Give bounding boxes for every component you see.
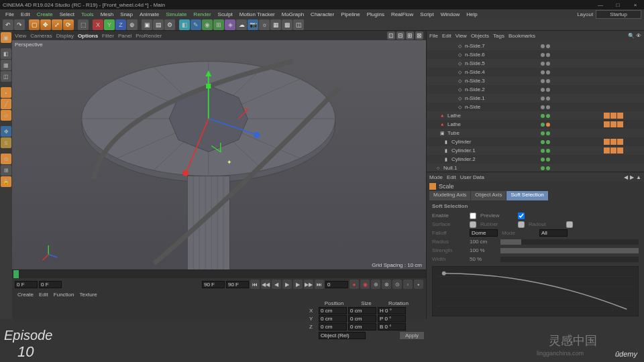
tree-item[interactable]: ▮Cylinder [427, 137, 644, 146]
axis-y-lock[interactable]: Y [104, 19, 115, 30]
key-scale[interactable]: ⊗ [382, 280, 391, 289]
menu-sculpt[interactable]: Sculpt [215, 11, 235, 17]
next-key[interactable]: ▶▶ [304, 280, 313, 289]
coord-mode[interactable]: Object (Rel) [319, 332, 366, 339]
scale-tool[interactable]: ⤢ [52, 19, 62, 30]
tree-item[interactable]: 🔺Lathe [427, 120, 644, 129]
subdiv-surface[interactable]: ◉ [202, 19, 213, 30]
tree-item[interactable]: ◇n-Side.5 [427, 59, 644, 68]
obj-menu-file[interactable]: File [429, 33, 438, 39]
falloff-graph[interactable] [432, 266, 639, 316]
object-tree[interactable]: ◇n-Side.7◇n-Side.6◇n-Side.5◇n-Side.4◇n-S… [427, 40, 644, 172]
redo-button[interactable]: ↷ [14, 19, 25, 30]
menu-render[interactable]: Render [191, 11, 213, 17]
obj-menu-objects[interactable]: Objects [471, 33, 489, 39]
misc-3[interactable]: ◫ [293, 19, 304, 30]
tree-item[interactable]: ○Null.1 [427, 164, 644, 172]
rotate-tool[interactable]: ⟳ [63, 19, 74, 30]
menu-create[interactable]: Create [34, 11, 56, 17]
vp-menu-display[interactable]: Display [56, 33, 74, 39]
workplane-snap[interactable]: ⊞ [1, 165, 11, 176]
attr-back[interactable]: ◀ [624, 174, 628, 180]
menu-edit[interactable]: Edit [18, 11, 33, 17]
attr-tab-soft-selection[interactable]: Soft Selection [506, 191, 547, 200]
prev-key[interactable]: ◀◀ [261, 280, 270, 289]
menu-file[interactable]: File [3, 11, 17, 17]
locked-workplane[interactable]: 🔒 [1, 176, 11, 187]
key-rot[interactable]: ⊙ [392, 280, 402, 289]
attr-up[interactable]: ▲ [636, 174, 641, 180]
menu-animate[interactable]: Animate [137, 11, 162, 17]
tree-item[interactable]: ◇n-Side.6 [427, 50, 644, 59]
make-editable[interactable]: ▣ [1, 32, 11, 43]
pos-X[interactable]: 0 cm [319, 307, 347, 314]
attr-fwd[interactable]: ▶ [630, 174, 634, 180]
tweak-toggle[interactable]: S [1, 137, 11, 148]
tree-item[interactable]: ◇n-Side.1 [427, 94, 644, 103]
playhead[interactable] [13, 270, 19, 278]
key-pla[interactable]: ▪ [414, 280, 423, 289]
key-param[interactable]: ▫ [403, 280, 413, 289]
attr-menu-edit[interactable]: Edit [447, 174, 456, 180]
menu-plugins[interactable]: Plugins [364, 11, 387, 17]
key-pos[interactable]: ⊕ [371, 280, 380, 289]
timeline-end2[interactable]: 90 F [226, 281, 249, 288]
menu-motion-tracker[interactable]: Motion Tracker [237, 11, 278, 17]
pos-Y[interactable]: 0 cm [319, 315, 347, 322]
pos-Z[interactable]: 0 cm [319, 323, 347, 330]
vp-menu-view[interactable]: View [15, 33, 26, 39]
render-settings[interactable]: ⚙ [164, 19, 175, 30]
tree-item[interactable]: ◇n-Side.4 [427, 68, 644, 76]
edge-mode[interactable]: ╱ [1, 99, 11, 109]
camera[interactable]: 📷 [248, 19, 258, 30]
apply-button[interactable]: Apply [399, 331, 425, 340]
menu-tools[interactable]: Tools [78, 11, 97, 17]
undo-button[interactable]: ↶ [3, 19, 13, 30]
size-Z[interactable]: 0 cm [348, 323, 376, 330]
vp-nav-4[interactable]: ⊠ [415, 32, 423, 40]
tree-item[interactable]: ◇n-Side.7 [427, 42, 644, 50]
vp-nav-1[interactable]: ⊡ [387, 32, 395, 40]
vp-menu-cameras[interactable]: Cameras [30, 33, 52, 39]
menu-realflow[interactable]: RealFlow [388, 11, 416, 17]
select-tool[interactable]: ▢ [29, 19, 40, 30]
goto-start[interactable]: ⏮ [250, 280, 260, 289]
obj-eye-icon[interactable]: 👁 [636, 33, 641, 39]
preview-checkbox[interactable] [518, 213, 525, 219]
cube-primitive[interactable]: ◧ [179, 19, 190, 30]
goto-end[interactable]: ⏭ [315, 280, 324, 289]
texture-mode[interactable]: ▦ [1, 60, 11, 70]
menu-window[interactable]: Window [438, 11, 462, 17]
tree-item[interactable]: ◇n-Side [427, 103, 644, 111]
strength-slider[interactable] [500, 248, 639, 253]
record-button[interactable]: ● [350, 280, 359, 289]
light[interactable]: ☼ [259, 19, 270, 30]
tree-item[interactable]: ▮Cylinder.1 [427, 146, 644, 155]
attr-menu-user-data[interactable]: User Data [460, 174, 484, 180]
misc-2[interactable]: ▩ [282, 19, 292, 30]
size-X[interactable]: 0 cm [348, 307, 376, 314]
autokey-button[interactable]: ◉ [360, 280, 370, 289]
vp-menu-filter[interactable]: Filter [102, 33, 114, 39]
next-frame[interactable]: ▶ [293, 280, 303, 289]
axis-x-lock[interactable]: X [93, 19, 103, 30]
deformer[interactable]: ◈ [225, 19, 235, 30]
tree-item[interactable]: ▮Cylinder.2 [427, 155, 644, 164]
workplane-mode[interactable]: ◫ [1, 71, 11, 82]
pen-tool[interactable]: ✎ [191, 19, 201, 30]
mat-tab-edit[interactable]: Edit [39, 292, 48, 298]
rot-Z[interactable]: B 0 ° [378, 323, 406, 330]
tree-item[interactable]: 🔺Lathe [427, 111, 644, 120]
mat-tab-texture[interactable]: Texture [80, 292, 97, 298]
misc-1[interactable]: ▦ [270, 19, 281, 30]
obj-menu-tags[interactable]: Tags [493, 33, 504, 39]
mat-tab-function[interactable]: Function [54, 292, 74, 298]
menu-mesh[interactable]: Mesh [98, 11, 117, 17]
environment[interactable]: ☁ [236, 19, 247, 30]
poly-mode[interactable]: ▱ [1, 110, 11, 121]
menu-script[interactable]: Script [417, 11, 436, 17]
timeline-start[interactable]: 0 F [15, 281, 38, 288]
menu-pipeline[interactable]: Pipeline [338, 11, 362, 17]
mat-tab-create[interactable]: Create [17, 292, 34, 298]
move-tool[interactable]: ✥ [40, 19, 51, 30]
